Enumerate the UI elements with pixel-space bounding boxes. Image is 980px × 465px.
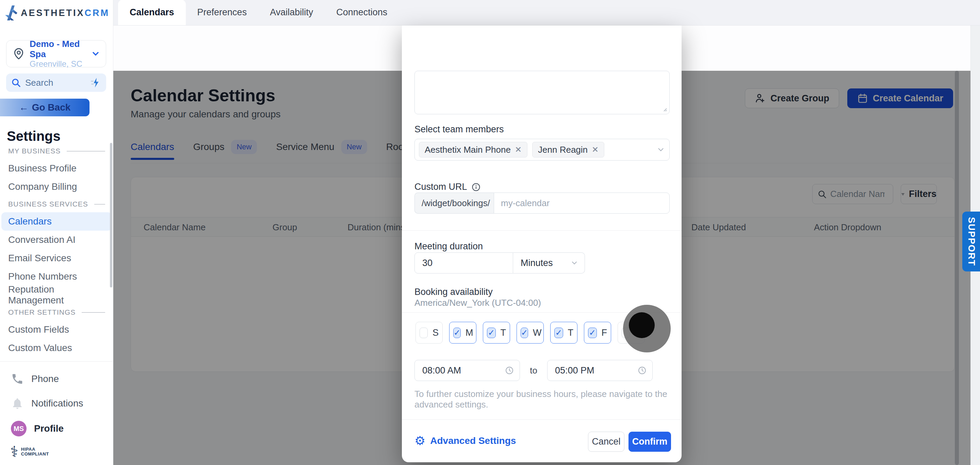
hipaa-badge: ⚕ HIPAACOMPLIANT [10, 444, 49, 459]
nav-section-my-business: MY BUSINESS [0, 143, 113, 159]
checkbox-checked-icon: ✓ [554, 328, 563, 338]
sidebar-divider [0, 361, 113, 362]
sidebar-phone[interactable]: Phone [0, 370, 113, 388]
location-selector[interactable]: Demo - Med Spa Greenville, SC [6, 40, 106, 67]
arrow-left-icon: ← [19, 102, 29, 113]
support-label: SUPPORT [966, 217, 977, 267]
day-wednesday[interactable]: ✓W [517, 322, 544, 344]
hours-row: 08:00 AM to 05:00 PM [414, 360, 670, 381]
support-tab[interactable]: SUPPORT [962, 211, 980, 271]
top-tab-bar: Calendars Preferences Availability Conne… [113, 0, 980, 25]
location-name: Demo - Med Spa [30, 39, 91, 59]
top-tab-calendars[interactable]: Calendars [118, 0, 186, 25]
team-members-label: Select team members [414, 124, 504, 135]
sidebar-item-business-profile[interactable]: Business Profile [0, 159, 113, 178]
app-root: Calendars Preferences Availability Conne… [0, 0, 980, 465]
url-prefix: /widget/bookings/ [414, 192, 494, 214]
profile-label: Profile [34, 423, 64, 434]
sidebar-item-conversation-ai[interactable]: Conversation AI [0, 231, 113, 249]
lightning-icon [90, 77, 102, 89]
end-time-value: 05:00 PM [555, 365, 595, 376]
remove-chip-icon[interactable]: ✕ [515, 145, 522, 154]
remove-chip-icon[interactable]: ✕ [592, 145, 598, 154]
resize-handle-icon[interactable] [662, 106, 667, 112]
info-icon[interactable] [471, 183, 481, 192]
search-input[interactable]: Search [6, 73, 106, 92]
checkbox-checked-icon: ✓ [520, 328, 528, 338]
day-friday[interactable]: ✓F [584, 322, 611, 344]
sidebar: AESTHETIXCRM Demo - Med Spa Greenville, … [0, 0, 113, 465]
sidebar-profile[interactable]: MS Profile [0, 420, 113, 438]
confirm-button[interactable]: Confirm [628, 432, 671, 452]
location-pin-icon [12, 47, 25, 60]
settings-nav: MY BUSINESS Business Profile Company Bil… [0, 143, 113, 357]
nav-section-business-services: BUSINESS SERVICES [0, 196, 113, 212]
custom-url-input[interactable] [494, 192, 670, 214]
sidebar-item-custom-fields[interactable]: Custom Fields [0, 321, 113, 339]
top-tab-preferences[interactable]: Preferences [186, 0, 259, 25]
duration-unit-select[interactable]: Minutes [513, 252, 585, 273]
location-city: Greenville, SC [30, 59, 91, 69]
day-thursday[interactable]: ✓T [550, 322, 578, 344]
phone-icon [11, 373, 24, 386]
go-back-label: Go Back [32, 102, 71, 113]
description-textarea[interactable] [414, 71, 670, 114]
sidebar-item-custom-values[interactable]: Custom Values [0, 339, 113, 357]
team-member-chip: Aesthetix Main Phone ✕ [419, 142, 527, 157]
go-back-button[interactable]: ← Go Back [0, 98, 89, 116]
chevron-down-icon [656, 145, 665, 154]
sidebar-scrollbar[interactable] [110, 143, 112, 287]
brand-logo: AESTHETIXCRM [0, 5, 113, 21]
sidebar-notifications[interactable]: Notifications [0, 395, 113, 412]
chevron-down-icon [91, 49, 100, 59]
cursor-highlight [623, 305, 671, 352]
chevron-down-icon [570, 259, 579, 267]
end-time-picker[interactable]: 05:00 PM [547, 360, 653, 381]
duration-input[interactable] [414, 252, 513, 273]
advanced-settings-link[interactable]: ⚙ Advanced Settings [414, 435, 516, 447]
brand-logo-icon [4, 5, 18, 21]
duration-group: Minutes [414, 252, 585, 273]
clock-icon [637, 366, 647, 375]
sidebar-item-phone-numbers[interactable]: Phone Numbers [0, 267, 113, 286]
cancel-button[interactable]: Cancel [588, 432, 624, 452]
top-tab-availability[interactable]: Availability [258, 0, 325, 25]
sidebar-item-email-services[interactable]: Email Services [0, 249, 113, 267]
day-sunday[interactable]: S [415, 322, 443, 344]
brand-name: AESTHETIXCRM [21, 8, 110, 18]
booking-availability-label: Booking availability [414, 287, 493, 297]
gear-icon: ⚙ [414, 435, 425, 447]
timezone-label: America/New_York (UTC-04:00) [414, 298, 541, 308]
sidebar-item-reputation-management[interactable]: Reputation Management [0, 286, 113, 304]
checkbox-checked-icon: ✓ [487, 328, 496, 338]
checkbox-checked-icon: ✓ [453, 328, 461, 338]
day-tuesday[interactable]: ✓T [483, 322, 510, 344]
custom-url-group: /widget/bookings/ [414, 192, 670, 214]
start-time-picker[interactable]: 08:00 AM [414, 360, 520, 381]
cursor-dot [629, 312, 655, 338]
caduceus-icon: ⚕ [10, 444, 18, 459]
search-label: Search [25, 78, 90, 88]
nav-section-other-settings: OTHER SETTINGS [0, 304, 113, 321]
start-time-value: 08:00 AM [422, 365, 461, 376]
hours-note: To further customize your business hours… [414, 389, 682, 410]
bell-icon [11, 397, 24, 410]
sidebar-item-company-billing[interactable]: Company Billing [0, 178, 113, 196]
clock-icon [504, 366, 514, 375]
search-icon [11, 78, 21, 88]
weekday-row: S ✓M ✓T ✓W ✓T ✓F S [415, 322, 645, 344]
checkbox-icon [420, 328, 428, 338]
day-monday[interactable]: ✓M [449, 322, 476, 344]
advanced-settings-label: Advanced Settings [430, 435, 516, 446]
section-divider [402, 230, 682, 231]
avatar: MS [11, 421, 27, 436]
custom-url-label: Custom URL [414, 182, 467, 192]
meeting-duration-label: Meeting duration [414, 241, 483, 252]
sidebar-item-calendars[interactable]: Calendars [2, 212, 112, 231]
top-tab-connections[interactable]: Connections [325, 0, 399, 25]
team-members-select[interactable]: Aesthetix Main Phone ✕ Jenn Reagin ✕ [414, 139, 670, 160]
team-member-chip: Jenn Reagin ✕ [532, 142, 605, 157]
calendar-modal: Select team members Aesthetix Main Phone… [402, 25, 682, 462]
notifications-label: Notifications [31, 398, 83, 409]
settings-title: Settings [7, 129, 60, 144]
